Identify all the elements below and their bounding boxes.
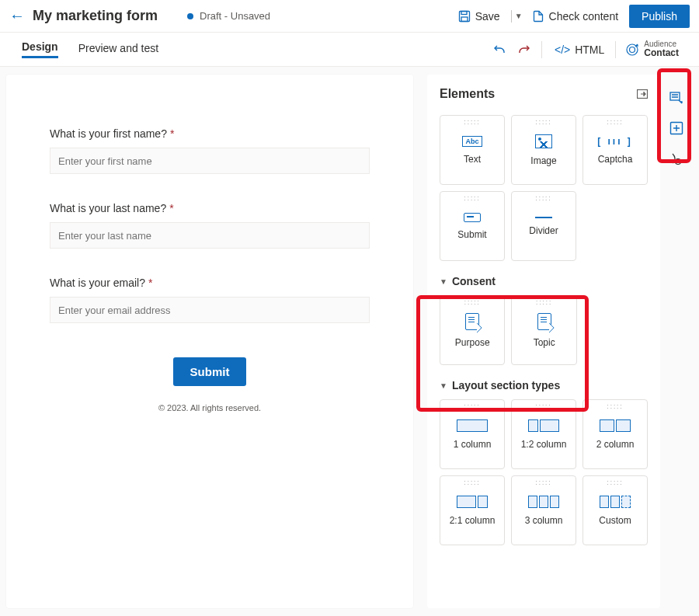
publish-button[interactable]: Publish bbox=[629, 5, 690, 28]
grip-icon: ·········· bbox=[536, 300, 552, 306]
elements-panel: Elements ··········AbcText ··········Ima… bbox=[427, 75, 660, 608]
save-icon bbox=[458, 10, 471, 23]
toolbar-divider-2 bbox=[615, 41, 616, 58]
dock-icon[interactable] bbox=[637, 89, 648, 99]
layout-icon bbox=[528, 496, 559, 508]
audience-value: Contact bbox=[644, 48, 679, 58]
grip-icon: ·········· bbox=[535, 196, 551, 202]
tool-settings-icon[interactable] bbox=[669, 152, 683, 166]
tool-elements-icon[interactable] bbox=[669, 121, 683, 135]
grip-icon: ·········· bbox=[464, 480, 480, 486]
panel-title: Elements bbox=[440, 87, 495, 101]
text-icon: Abc bbox=[462, 136, 482, 147]
tab-design[interactable]: Design bbox=[22, 40, 58, 58]
form-canvas[interactable]: What is your first name?* What is your l… bbox=[6, 75, 413, 608]
element-captcha[interactable]: ··········[ ııı ]Captcha bbox=[582, 115, 648, 185]
form-submit-button[interactable]: Submit bbox=[173, 357, 247, 386]
layout-icon bbox=[457, 419, 488, 432]
page-title: My marketing form bbox=[33, 8, 158, 24]
code-icon: </> bbox=[555, 44, 570, 56]
topic-icon bbox=[537, 313, 551, 330]
save-label: Save bbox=[475, 10, 500, 23]
element-divider[interactable]: ··········Divider bbox=[511, 191, 576, 261]
grip-icon: ·········· bbox=[464, 404, 480, 410]
element-topic[interactable]: ··········Topic bbox=[511, 295, 576, 365]
field-label-lastname: What is your last name?* bbox=[50, 202, 370, 214]
grip-icon: ·········· bbox=[535, 480, 551, 486]
layout-icon bbox=[457, 496, 488, 508]
captcha-icon: [ ııı ] bbox=[597, 136, 633, 147]
element-text[interactable]: ··········AbcText bbox=[440, 115, 505, 185]
section-layout-header[interactable]: ▼Layout section types bbox=[440, 379, 648, 392]
image-icon bbox=[535, 134, 552, 148]
purpose-icon bbox=[465, 313, 479, 330]
back-arrow-icon[interactable]: ← bbox=[9, 7, 25, 25]
field-label-email: What is your email?* bbox=[50, 277, 370, 289]
layout-3col[interactable]: ··········3 column bbox=[511, 475, 576, 545]
split-divider bbox=[511, 10, 512, 23]
layout-2col[interactable]: ··········2 column bbox=[582, 399, 648, 469]
grip-icon: ·········· bbox=[607, 404, 623, 410]
html-button[interactable]: </> HTML bbox=[555, 44, 604, 56]
status-text: Draft - Unsaved bbox=[200, 10, 270, 22]
grip-icon: ·········· bbox=[464, 196, 480, 202]
grip-icon: ·········· bbox=[464, 120, 480, 126]
layout-1col[interactable]: ··········1 column bbox=[440, 399, 505, 469]
layout-21col[interactable]: ··········2:1 column bbox=[440, 475, 505, 545]
side-toolbar bbox=[660, 75, 693, 608]
layout-icon bbox=[528, 419, 559, 432]
email-field[interactable] bbox=[50, 297, 370, 323]
status-dot-icon bbox=[187, 13, 193, 19]
divider-icon bbox=[535, 217, 552, 218]
svg-rect-1 bbox=[461, 11, 467, 14]
audience-selector[interactable]: Audience Contact bbox=[625, 40, 679, 58]
tool-fields-icon[interactable] bbox=[669, 92, 683, 104]
save-menu-chevron-icon[interactable]: ▼ bbox=[515, 12, 523, 20]
layout-icon bbox=[600, 496, 631, 508]
element-purpose[interactable]: ··········Purpose bbox=[440, 295, 505, 365]
grip-icon: ·········· bbox=[464, 300, 481, 306]
html-label: HTML bbox=[575, 44, 604, 56]
command-bar: ← My marketing form Draft - Unsaved Save… bbox=[0, 0, 699, 33]
check-content-button[interactable]: Check content bbox=[532, 10, 619, 23]
chevron-down-icon: ▼ bbox=[440, 277, 447, 286]
section-consent-header[interactable]: ▼Consent bbox=[440, 275, 648, 287]
target-icon bbox=[625, 43, 639, 57]
grip-icon: ·········· bbox=[607, 120, 623, 126]
svg-rect-6 bbox=[670, 92, 680, 100]
undo-button[interactable] bbox=[493, 44, 506, 56]
field-label-firstname: What is your first name?* bbox=[50, 127, 370, 140]
layout-icon bbox=[600, 419, 631, 432]
tab-bar: Design Preview and test </> HTML Audienc… bbox=[0, 33, 699, 67]
layout-12col[interactable]: ··········1:2 column bbox=[511, 399, 576, 469]
submit-icon bbox=[464, 213, 481, 222]
svg-point-4 bbox=[630, 47, 635, 52]
grip-icon: ·········· bbox=[535, 404, 551, 410]
save-button[interactable]: Save bbox=[458, 10, 500, 23]
chevron-down-icon: ▼ bbox=[440, 381, 447, 390]
form-footer: © 2023. All rights reserved. bbox=[50, 403, 370, 412]
grip-icon: ·········· bbox=[607, 480, 623, 486]
layout-custom[interactable]: ··········Custom bbox=[582, 475, 648, 545]
lastname-field[interactable] bbox=[50, 222, 370, 249]
tab-preview[interactable]: Preview and test bbox=[78, 42, 159, 57]
svg-rect-2 bbox=[461, 17, 468, 22]
check-icon bbox=[532, 10, 544, 23]
grip-icon: ·········· bbox=[535, 120, 551, 126]
svg-point-8 bbox=[676, 159, 681, 165]
toolbar-divider bbox=[541, 41, 542, 58]
element-submit[interactable]: ··········Submit bbox=[440, 191, 505, 261]
check-label: Check content bbox=[549, 10, 619, 23]
redo-button[interactable] bbox=[518, 44, 530, 56]
firstname-field[interactable] bbox=[50, 148, 370, 174]
element-image[interactable]: ··········Image bbox=[511, 115, 576, 185]
